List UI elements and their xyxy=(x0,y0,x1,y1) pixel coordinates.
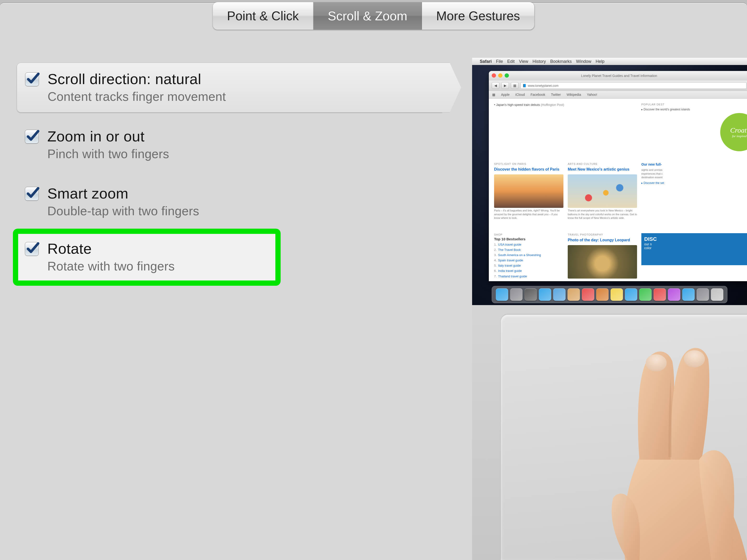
news-source: (Huffington Post) xyxy=(541,103,564,107)
article-card: SPOTLIGHT ON PARIS Discover the hidden f… xyxy=(494,162,563,227)
card-text: There's art everywhere you look in New M… xyxy=(568,209,637,220)
launchpad-icon xyxy=(510,288,522,301)
trash-icon xyxy=(711,288,723,301)
settings-icon xyxy=(697,288,709,301)
option-checkbox[interactable] xyxy=(25,187,38,200)
bookmark-item: Yahoo! xyxy=(587,93,597,97)
svg-point-0 xyxy=(646,354,667,372)
menubar-item: File xyxy=(496,59,503,64)
safari-window: Lonely Planet Travel Guides and Travel I… xyxy=(489,71,747,281)
calendar-icon xyxy=(582,288,594,301)
notes-icon xyxy=(611,288,623,301)
bookmarks-bar-icon: ▦ xyxy=(492,93,495,97)
option-checkbox[interactable] xyxy=(25,130,38,143)
promo-badge: Croati for inspired xyxy=(720,113,747,151)
menubar-item: Edit xyxy=(507,59,515,64)
card-title: Meet New Mexico's artistic genius xyxy=(568,167,637,171)
window-title: Lonely Planet Travel Guides and Travel I… xyxy=(581,74,657,78)
photo-card: TRAVEL PHOTOGRAPHY Photo of the day: Lou… xyxy=(568,233,637,281)
option-description: Double-tap with two fingers xyxy=(47,204,199,218)
hand-illustration xyxy=(565,345,747,560)
card-title: Photo of the day: Loungy Leopard xyxy=(568,238,637,242)
list-item: 7.Thailand travel guide xyxy=(494,274,563,279)
article-card: ARTS AND CULTURE Meet New Mexico's artis… xyxy=(568,162,637,227)
list-item: 6.India travel guide xyxy=(494,268,563,273)
option-description: Content tracks finger movement xyxy=(48,89,226,104)
bookmark-item: Facebook xyxy=(531,93,545,97)
close-icon xyxy=(492,73,496,78)
traffic-lights xyxy=(492,73,509,78)
discover-l2: our n xyxy=(644,242,747,246)
messages-icon xyxy=(625,288,637,301)
option-row[interactable]: RotateRotate with two fingers xyxy=(17,233,277,282)
menubar-item: View xyxy=(519,59,528,64)
bookmarks-bar: ▦ Apple iCloud Facebook Twitter Wikipedi… xyxy=(489,91,747,99)
side-text: sights and unmiss experiences that c des… xyxy=(641,168,744,179)
option-row[interactable]: Smart zoomDouble-tap with two fingers xyxy=(17,177,442,227)
menubar-item: History xyxy=(533,59,546,64)
option-row[interactable]: Scroll direction: naturalContent tracks … xyxy=(17,62,442,112)
menubar-item: Bookmarks xyxy=(550,59,572,64)
forward-button-icon: ▶ xyxy=(501,82,509,89)
list-item: 1.USA travel guide xyxy=(494,242,563,247)
bookmark-item: iCloud xyxy=(515,93,525,97)
preferences-pane: Point & Click Scroll & Zoom More Gesture… xyxy=(0,2,747,560)
discover-l3: color xyxy=(644,246,747,250)
news-item: Japan's high-speed train debuts xyxy=(496,103,540,107)
card-image xyxy=(494,175,563,208)
address-bar: 📘 www.lonelyplanet.com xyxy=(520,82,747,89)
tab-point-click[interactable]: Point & Click xyxy=(213,2,313,30)
sidebar-header: POPULAR DEST xyxy=(641,103,744,106)
tab-scroll-zoom[interactable]: Scroll & Zoom xyxy=(313,2,422,30)
photobooth-icon xyxy=(653,288,666,301)
option-checkbox[interactable] xyxy=(25,72,38,86)
finder-icon xyxy=(496,288,508,301)
discover-l1: DISC xyxy=(644,236,747,242)
safari-icon xyxy=(539,288,551,301)
shop-title: Top 10 Bestsellers xyxy=(494,237,563,241)
menubar-item: Window xyxy=(576,59,591,64)
itunes-icon xyxy=(668,288,680,301)
mission-icon xyxy=(524,288,537,301)
list-item: 4.Spain travel guide xyxy=(494,258,563,263)
option-title: Scroll direction: natural xyxy=(48,71,226,87)
facetime-icon xyxy=(639,288,652,301)
shop-card: SHOP Top 10 Bestsellers 1.USA travel gui… xyxy=(494,233,563,281)
webpage-content: • Japan's high-speed train debuts (Huffi… xyxy=(489,99,747,281)
option-row[interactable]: Zoom in or outPinch with two fingers xyxy=(17,120,442,170)
mail-icon xyxy=(553,288,566,301)
list-item: 3.South America on a Shoestring xyxy=(494,252,563,258)
option-title: Rotate xyxy=(47,240,175,257)
option-title: Smart zoom xyxy=(47,185,199,202)
tab-segmented-control: Point & Click Scroll & Zoom More Gesture… xyxy=(213,2,535,30)
tab-more-gestures[interactable]: More Gestures xyxy=(422,2,535,30)
minimize-icon xyxy=(498,73,503,78)
discover-box: DISC our n color xyxy=(641,233,747,265)
option-checkbox[interactable] xyxy=(25,242,38,256)
bookmark-item: Apple xyxy=(501,93,510,97)
shop-list: 1.USA travel guide2.The Travel Book3.Sou… xyxy=(494,242,563,279)
sidebar-link: Discover the world's greatest islands xyxy=(644,108,690,111)
window-titlebar: Lonely Planet Travel Guides and Travel I… xyxy=(489,71,747,81)
option-title: Zoom in or out xyxy=(47,128,169,145)
card-header: SPOTLIGHT ON PARIS xyxy=(494,162,563,165)
side-link: Discover the set xyxy=(644,181,664,185)
options-list: Scroll direction: naturalContent tracks … xyxy=(17,62,442,282)
bookmark-item: Twitter xyxy=(551,93,561,97)
card-header: SHOP xyxy=(494,233,563,236)
reminders-icon xyxy=(596,288,609,301)
bookmark-icon: ▦ xyxy=(511,82,518,89)
url-text: www.lonelyplanet.com xyxy=(528,84,559,87)
back-button-icon: ◀ xyxy=(492,82,499,89)
preview-screen: Safari File Edit View History Bookmarks … xyxy=(472,58,747,305)
card-text: Paris – it's all baguettes and brie, rig… xyxy=(494,209,563,220)
dock xyxy=(492,286,727,303)
list-item: 2.The Travel Book xyxy=(494,247,563,252)
card-header: TRAVEL PHOTOGRAPHY xyxy=(568,233,637,236)
contacts-icon xyxy=(567,288,580,301)
svg-point-1 xyxy=(684,350,705,368)
card-image xyxy=(568,245,637,278)
bookmark-item: Wikipedia xyxy=(567,93,581,97)
menubar: Safari File Edit View History Bookmarks … xyxy=(472,58,747,65)
card-header: ARTS AND CULTURE xyxy=(568,162,637,165)
